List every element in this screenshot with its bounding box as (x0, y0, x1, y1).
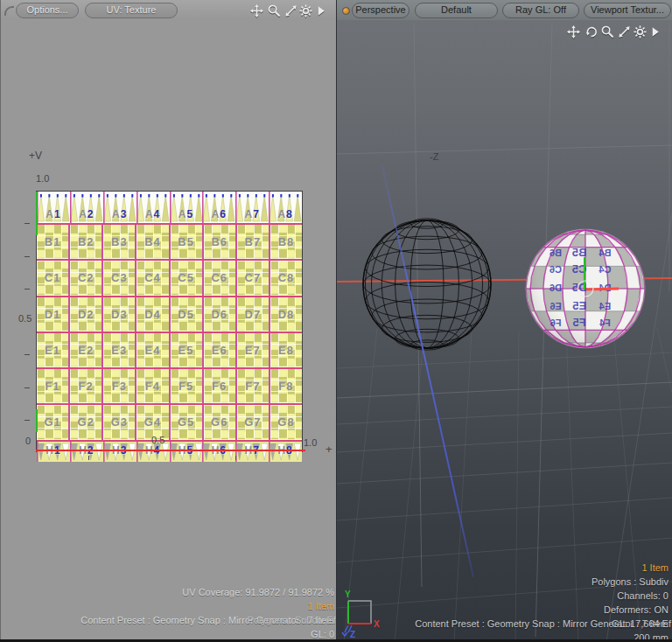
uv-cell-D6[interactable]: D6 (202, 297, 235, 331)
uv-cell-C3[interactable]: C3 (102, 261, 135, 295)
uv-cell-E7[interactable]: E7 (235, 333, 269, 367)
uv-cell-E3[interactable]: E3 (102, 333, 135, 367)
move-icon[interactable] (566, 24, 581, 39)
uv-cell-G8[interactable]: G8 (269, 405, 302, 439)
uv-cell-F6[interactable]: F6 (202, 369, 235, 403)
uv-cell-A8[interactable]: A8 (269, 192, 302, 223)
uv-cell-G1[interactable]: G1 (37, 405, 68, 439)
shading-button[interactable]: Default (415, 3, 498, 18)
uv-cell-E5[interactable]: E5 (169, 333, 202, 367)
uv-cell-label: E8 (270, 344, 302, 357)
uv-cell-label: C3 (103, 271, 135, 284)
uv-cell-C2[interactable]: C2 (68, 261, 102, 295)
uv-cell-label: G2 (70, 415, 102, 429)
uv-cell-C4[interactable]: C4 (135, 261, 168, 295)
uv-cell-label: A5 (170, 208, 203, 220)
uv-cell-A2[interactable]: A2 (70, 192, 103, 223)
uv-cell-G7[interactable]: G7 (235, 405, 269, 439)
v-axis-accent-top (36, 192, 38, 235)
uv-cell-A7[interactable]: A7 (235, 192, 269, 223)
uv-cell-label: D2 (70, 308, 102, 321)
wireframe-sphere[interactable] (363, 219, 491, 350)
uv-cell-C5[interactable]: C5 (169, 261, 202, 295)
uv-cell-E1[interactable]: E1 (37, 333, 68, 367)
uv-cell-G6[interactable]: G6 (202, 405, 235, 439)
settings-icon[interactable] (633, 24, 648, 39)
uv-cell-B7[interactable]: B7 (235, 225, 269, 259)
view-type-button[interactable]: Perspective (352, 3, 410, 18)
uv-cell-E6[interactable]: E6 (202, 333, 235, 367)
item-count-text: 1 Item (641, 562, 668, 573)
viewport-3d[interactable]: B6B5B4C6C5C4D6D5D4E6E5E4F6F5F4YXZ -Z 1 I… (337, 20, 672, 642)
uv-cell-label: E5 (171, 344, 202, 357)
uv-cell-F4[interactable]: F4 (135, 369, 168, 403)
uv-cell-D2[interactable]: D2 (68, 297, 102, 331)
uv-cell-G2[interactable]: G2 (68, 405, 102, 439)
uv-cell-B3[interactable]: B3 (102, 225, 135, 259)
uv-cell-H6[interactable]: H6 (202, 442, 235, 462)
uv-cell-label: C5 (171, 271, 202, 284)
uv-cell-B8[interactable]: B8 (269, 225, 302, 259)
raygl-button[interactable]: Ray GL: Off (502, 3, 579, 18)
move-icon[interactable] (249, 3, 264, 18)
textured-sphere[interactable]: B6B5B4C6C5C4D6D5D4E6E5E4F6F5F4 (526, 229, 645, 348)
uv-cell-E8[interactable]: E8 (269, 333, 302, 367)
viewport-led-icon[interactable] (342, 7, 350, 15)
uv-cell-F7[interactable]: F7 (235, 369, 269, 403)
uv-cell-F1[interactable]: F1 (37, 369, 68, 403)
uv-cell-C8[interactable]: C8 (269, 261, 302, 295)
uv-cell-H3[interactable]: H3 (103, 442, 136, 462)
uv-row-D: D1D2D3D4D5D6D7D8 (37, 296, 302, 331)
uv-cell-B6[interactable]: B6 (202, 225, 235, 259)
uv-cell-D7[interactable]: D7 (235, 297, 269, 331)
fit-icon[interactable] (284, 3, 298, 18)
uv-texture-button[interactable]: UV: Texture (85, 3, 178, 18)
uv-cell-H7[interactable]: H7 (235, 442, 269, 462)
uv-grid[interactable]: A1 A2 A3 A4 (36, 191, 303, 452)
uv-cell-D1[interactable]: D1 (37, 297, 68, 331)
zoom-icon[interactable] (600, 24, 615, 39)
uv-cell-H5[interactable]: H5 (170, 442, 203, 462)
rotate-icon[interactable] (584, 24, 599, 39)
settings-icon[interactable] (298, 3, 313, 18)
uv-cell-E2[interactable]: E2 (68, 333, 102, 367)
uv-cell-F8[interactable]: F8 (269, 369, 302, 403)
uv-cell-D5[interactable]: D5 (169, 297, 202, 331)
options-button[interactable]: Options... (16, 3, 79, 18)
uv-cell-label: A3 (103, 208, 136, 220)
uv-row-E: E1E2E3E4E5E6E7E8 (37, 331, 302, 367)
uv-cell-A1[interactable]: A1 (37, 192, 70, 223)
uv-cell-A5[interactable]: A5 (170, 192, 203, 223)
uv-cell-E4[interactable]: E4 (135, 333, 168, 367)
uv-cell-D4[interactable]: D4 (135, 297, 168, 331)
uv-cell-A4[interactable]: A4 (136, 192, 170, 223)
zoom-icon[interactable] (267, 3, 282, 18)
uv-cell-label: A2 (70, 208, 103, 220)
uv-cell-B4[interactable]: B4 (135, 225, 168, 259)
uv-cell-H1[interactable]: H1 (37, 442, 70, 462)
flyout-icon[interactable] (313, 3, 328, 18)
uv-cell-A3[interactable]: A3 (103, 192, 136, 223)
uv-cell-F3[interactable]: F3 (102, 369, 135, 403)
viewport-texture-button[interactable]: Viewport Textur... (584, 3, 671, 18)
uv-cell-H8[interactable]: H8 (269, 442, 302, 462)
uv-cell-H2[interactable]: H2 (70, 442, 103, 462)
flyout-icon[interactable] (648, 24, 662, 39)
uv-cell-D8[interactable]: D8 (269, 297, 302, 331)
uv-cell-F2[interactable]: F2 (68, 369, 102, 403)
scale-icon[interactable] (617, 24, 632, 39)
uv-cell-C6[interactable]: C6 (202, 261, 235, 295)
uv-cell-B5[interactable]: B5 (169, 225, 202, 259)
panel-thumb-icon[interactable] (4, 6, 14, 16)
uv-cell-G3[interactable]: G3 (102, 405, 135, 439)
uv-cell-D3[interactable]: D3 (102, 297, 135, 331)
uv-cell-A6[interactable]: A6 (202, 192, 235, 223)
uv-cell-label: C6 (204, 271, 235, 284)
uv-cell-B1[interactable]: B1 (37, 225, 68, 259)
uv-cell-C1[interactable]: C1 (37, 261, 68, 295)
uv-cell-C7[interactable]: C7 (235, 261, 269, 295)
uv-cell-F5[interactable]: F5 (169, 369, 202, 403)
uv-cell-G5[interactable]: G5 (169, 405, 202, 439)
uv-cell-label: B1 (37, 235, 68, 248)
uv-cell-B2[interactable]: B2 (68, 225, 102, 259)
